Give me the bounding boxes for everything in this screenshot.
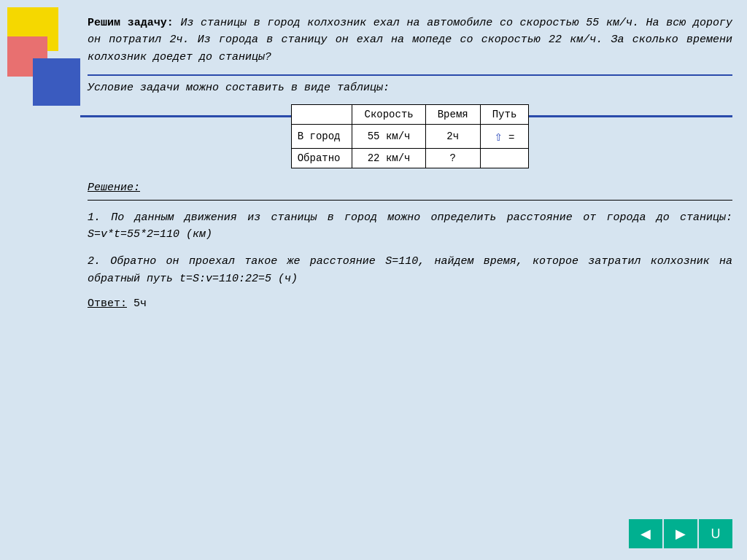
section-divider	[88, 74, 732, 76]
table-row: В город 55 км/ч 2ч ⇧ =	[291, 124, 529, 148]
table-header-speed: Скорость	[352, 104, 425, 124]
decorative-shapes	[0, 0, 80, 124]
data-table-wrapper: Скорость Время Путь В город 55 км/ч 2ч ⇧…	[88, 104, 732, 168]
nav-buttons: ◀ ▶ U	[629, 519, 732, 548]
answer-line: Ответ: 5ч	[88, 298, 732, 310]
problem-text-body: Из станицы в город колхозник ехал на авт…	[88, 17, 732, 63]
table-row: Обратно 22 км/ч ?	[291, 148, 529, 168]
problem-label: Решим задачу:	[88, 17, 174, 29]
table-cell-time-2: ?	[425, 148, 480, 168]
table-cell-speed-2: 22 км/ч	[352, 148, 425, 168]
next-button[interactable]: ▶	[664, 519, 697, 548]
data-table: Скорость Время Путь В город 55 км/ч 2ч ⇧…	[291, 104, 530, 168]
table-cell-time-1: 2ч	[425, 124, 480, 148]
solution-step-1: 1. По данным движения из станицы в город…	[88, 209, 732, 244]
menu-button[interactable]: U	[699, 519, 732, 548]
table-header-time: Время	[425, 104, 480, 124]
answer-label: Ответ:	[88, 298, 127, 310]
table-equals: =	[508, 132, 514, 144]
table-header-path: Путь	[480, 104, 529, 124]
table-cell-path-1: ⇧ =	[480, 124, 529, 148]
solution-step-2: 2. Обратно он проехал такое же расстояни…	[88, 253, 732, 287]
table-header-empty	[291, 104, 352, 124]
table-cell-path-2	[480, 148, 529, 168]
prev-button[interactable]: ◀	[629, 519, 662, 548]
blue-shape	[33, 58, 80, 106]
table-cell-label-2: Обратно	[291, 148, 352, 168]
solution-label: Решение:	[88, 182, 732, 194]
problem-statement: Решим задачу: Из станицы в город колхозн…	[88, 15, 732, 66]
table-cell-label-1: В город	[291, 124, 352, 148]
table-arrow-icon: ⇧	[495, 130, 503, 144]
main-content: Решим задачу: Из станицы в город колхозн…	[88, 15, 732, 516]
answer-value-text: 5ч	[133, 298, 147, 310]
table-cell-speed-1: 55 км/ч	[352, 124, 425, 148]
condition-text: Условие задачи можно составить в виде та…	[88, 82, 732, 94]
solution-divider	[88, 200, 732, 201]
